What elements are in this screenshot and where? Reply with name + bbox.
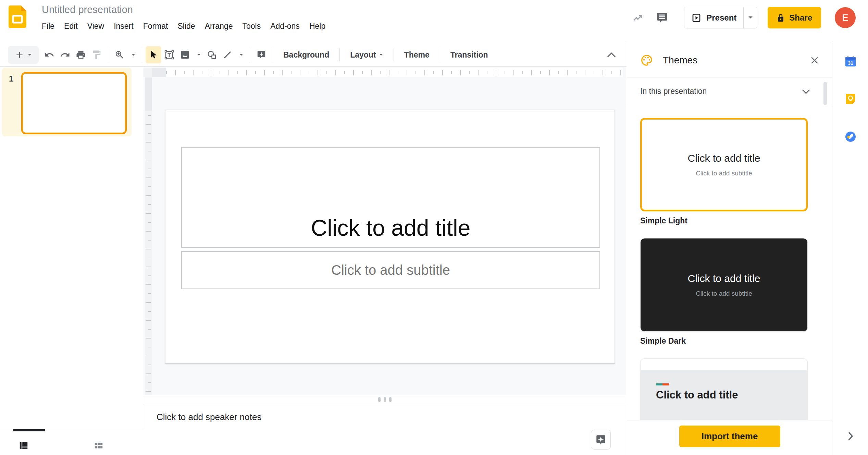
filmstrip-view-button[interactable] — [16, 439, 31, 453]
print-button[interactable] — [73, 46, 89, 63]
image-dropdown[interactable] — [194, 46, 204, 63]
shape-icon — [207, 50, 217, 60]
chevron-down-icon — [239, 53, 244, 56]
explore-button[interactable] — [591, 430, 611, 450]
google-tasks-icon[interactable] — [845, 131, 856, 143]
undo-icon — [44, 50, 54, 60]
zoom-dropdown[interactable] — [128, 46, 138, 63]
present-options-dropdown[interactable] — [743, 7, 757, 28]
theme-card-simple-dark[interactable]: Click to add title Click to add subtitle — [640, 238, 808, 332]
speaker-notes-placeholder: Click to add speaker notes — [157, 412, 261, 422]
background-button[interactable]: Background — [276, 50, 336, 60]
explore-icon — [595, 434, 607, 445]
chevron-down-icon — [379, 53, 383, 56]
chevron-down-icon — [27, 53, 32, 56]
slide-thumbnail[interactable] — [21, 72, 127, 134]
chevron-up-icon — [607, 52, 616, 58]
speaker-notes[interactable]: Click to add speaker notes — [143, 404, 627, 455]
import-theme-button[interactable]: Import theme — [679, 426, 780, 447]
filmstrip-footer — [0, 428, 143, 455]
avatar[interactable]: E — [835, 7, 856, 28]
toolbar-separator — [339, 48, 340, 61]
toolbar-separator — [440, 48, 440, 61]
menu-view[interactable]: View — [83, 20, 109, 32]
subtitle-placeholder-box[interactable]: Click to add subtitle — [181, 251, 600, 289]
theme-name: Simple Light — [640, 216, 832, 225]
hide-side-panel-button[interactable] — [845, 430, 856, 442]
zoom-button[interactable] — [112, 46, 127, 63]
chevron-right-icon — [848, 432, 853, 441]
comment-history-icon[interactable] — [655, 10, 670, 25]
grid-view-icon — [94, 441, 104, 451]
zoom-icon — [114, 50, 125, 60]
insert-shape-button[interactable] — [204, 46, 220, 63]
menu-edit[interactable]: Edit — [59, 20, 83, 32]
grid-view-button[interactable] — [91, 439, 106, 453]
section-label: In this presentation — [640, 87, 802, 96]
close-icon[interactable] — [810, 56, 819, 65]
cursor-icon — [148, 50, 159, 60]
paint-format-button[interactable] — [89, 46, 104, 63]
google-keep-icon[interactable] — [845, 93, 856, 105]
new-slide-button[interactable] — [8, 46, 39, 64]
menu-slide[interactable]: Slide — [173, 20, 200, 32]
text-box-button[interactable] — [161, 46, 177, 63]
share-label: Share — [789, 13, 812, 23]
menu-tools[interactable]: Tools — [238, 20, 266, 32]
toolbar-separator — [142, 48, 142, 61]
themes-panel: Themes In this presentation Click to add… — [627, 43, 832, 455]
themes-panel-header: Themes — [627, 43, 832, 77]
menu-file[interactable]: File — [37, 20, 59, 32]
layout-button[interactable]: Layout — [343, 50, 390, 60]
collapse-toolbar-button[interactable] — [605, 48, 618, 62]
theme-button[interactable]: Theme — [397, 50, 436, 60]
chevron-down-icon — [197, 53, 201, 56]
add-comment-icon — [256, 50, 266, 60]
title-placeholder-box[interactable]: Click to add title — [181, 147, 600, 248]
redo-button[interactable] — [57, 46, 73, 63]
slide-filmstrip: 1 — [0, 67, 143, 428]
share-button[interactable]: Share — [768, 7, 821, 28]
plus-icon — [15, 50, 24, 59]
slide-canvas-area: Click to add title Click to add subtitle — [143, 67, 627, 395]
activity-trend-icon[interactable] — [631, 10, 646, 25]
insert-line-button[interactable] — [220, 46, 235, 63]
select-tool-button[interactable] — [146, 46, 161, 63]
chevron-down-icon — [802, 89, 810, 94]
menu-arrange[interactable]: Arrange — [200, 20, 238, 32]
themes-panel-title: Themes — [663, 55, 801, 66]
slide-editor[interactable]: Click to add title Click to add subtitle — [165, 110, 615, 364]
notes-resize-handle[interactable] — [143, 395, 627, 404]
ruler-corner — [143, 68, 152, 77]
theme-card-simple-light[interactable]: Click to add title Click to add subtitle — [640, 118, 808, 211]
in-this-presentation-row[interactable]: In this presentation — [627, 78, 832, 105]
document-title[interactable]: Untitled presentation — [42, 4, 330, 15]
line-dropdown[interactable] — [236, 46, 246, 63]
vertical-ruler — [145, 77, 152, 395]
chevron-down-icon — [748, 16, 753, 19]
menu-help[interactable]: Help — [305, 20, 330, 32]
present-button[interactable]: Present — [684, 7, 743, 28]
text-box-icon — [164, 49, 175, 60]
menu-insert[interactable]: Insert — [109, 20, 138, 32]
menu-format[interactable]: Format — [138, 20, 173, 32]
undo-button[interactable] — [41, 46, 57, 63]
image-icon — [180, 50, 190, 60]
insert-image-button[interactable] — [177, 46, 193, 63]
themes-panel-footer: Import theme — [627, 420, 832, 455]
theme-card-streamline[interactable]: Click to add title — [640, 358, 808, 420]
layout-label: Layout — [350, 50, 376, 60]
active-view-indicator — [13, 429, 45, 431]
panel-scrollbar[interactable] — [823, 82, 827, 105]
insert-comment-button[interactable] — [253, 46, 269, 63]
menu-addons[interactable]: Add-ons — [265, 20, 305, 32]
accent-line — [656, 383, 669, 385]
google-calendar-icon[interactable]: 31 — [845, 56, 856, 67]
toolbar-separator — [250, 48, 250, 61]
chevron-down-icon — [131, 53, 136, 56]
filmstrip-slide-row[interactable]: 1 — [2, 68, 132, 136]
toolbar-separator — [394, 48, 394, 61]
google-slides-logo[interactable] — [9, 5, 26, 28]
horizontal-ruler — [166, 68, 623, 77]
transition-button[interactable]: Transition — [444, 50, 495, 60]
